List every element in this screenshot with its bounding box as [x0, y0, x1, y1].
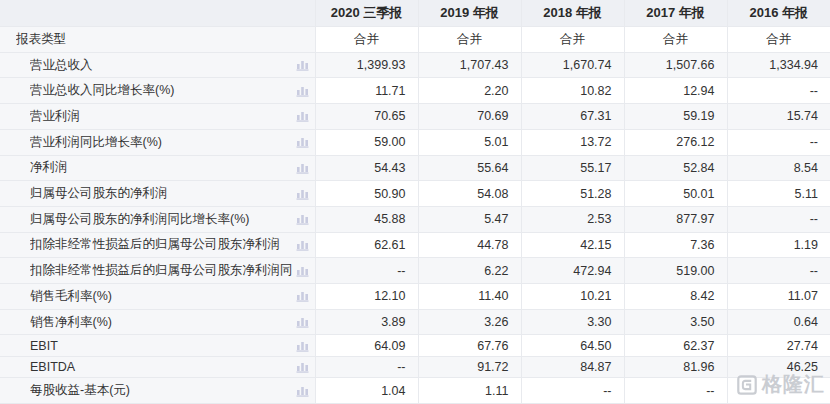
value-cell: 1,707.43 — [418, 52, 521, 78]
value-cell: 2.53 — [521, 206, 624, 232]
value-cell: -- — [624, 378, 727, 404]
row-label: 扣除非经常性损益后的归属母公司股东净利润同比增长率 — [30, 262, 292, 279]
value-cell: -- — [521, 378, 624, 404]
value-cell: 2.20 — [418, 78, 521, 104]
report-type-row: 报表类型合并合并合并合并合并 — [0, 27, 830, 53]
table-row: 销售毛利率(%)12.1011.4010.218.4211.07 — [0, 284, 830, 310]
value-cell: 59.00 — [315, 129, 418, 155]
value-cell: 81.96 — [624, 356, 727, 377]
metric-label-cell: 每股收益-基本(元) — [0, 378, 315, 404]
header-cell-period: 2019 年报 — [418, 0, 521, 27]
report-type-value: 合并 — [418, 27, 521, 53]
bar-chart-icon[interactable] — [296, 188, 309, 200]
value-cell: 1.11 — [418, 378, 521, 404]
metric-label-cell: 营业总收入 — [0, 52, 315, 78]
report-type-value: 合并 — [727, 27, 830, 53]
bar-chart-icon[interactable] — [296, 136, 309, 148]
row-label: 归属母公司股东的净利润 — [30, 185, 292, 202]
value-cell: 15.74 — [727, 104, 830, 130]
bar-chart-icon[interactable] — [296, 213, 309, 225]
value-cell: 3.26 — [418, 309, 521, 335]
metric-label-cell: 销售净利率(%) — [0, 309, 315, 335]
header-cell-period: 2016 年报 — [727, 0, 830, 27]
value-cell: 27.74 — [727, 335, 830, 356]
value-cell: 70.65 — [315, 104, 418, 130]
value-cell: 50.01 — [624, 181, 727, 207]
value-cell: 0.64 — [727, 309, 830, 335]
metric-label-cell: 净利润 — [0, 155, 315, 181]
value-cell: 84.87 — [521, 356, 624, 377]
value-cell: 67.31 — [521, 104, 624, 130]
value-cell: 1.19 — [727, 232, 830, 258]
bar-chart-icon[interactable] — [296, 290, 309, 302]
row-label: 归属母公司股东的净利润同比增长率(%) — [30, 211, 292, 228]
report-type-value: 合并 — [315, 27, 418, 53]
bar-chart-icon[interactable] — [296, 59, 309, 71]
financial-metrics-table: 2020 三季报2019 年报2018 年报2017 年报2016 年报 报表类… — [0, 0, 830, 404]
value-cell: 519.00 — [624, 258, 727, 284]
bar-chart-icon[interactable] — [296, 239, 309, 251]
value-cell: 276.12 — [624, 129, 727, 155]
row-label: 销售毛利率(%) — [30, 288, 292, 305]
metric-label-cell: EBIT — [0, 335, 315, 356]
value-cell: 877.97 — [624, 206, 727, 232]
table-row: 扣除非经常性损益后的归属母公司股东净利润62.6144.7842.157.361… — [0, 232, 830, 258]
value-cell: 12.10 — [315, 284, 418, 310]
value-cell: 8.42 — [624, 284, 727, 310]
value-cell: 1,670.74 — [521, 52, 624, 78]
value-cell: 13.72 — [521, 129, 624, 155]
metric-label-cell: 归属母公司股东的净利润同比增长率(%) — [0, 206, 315, 232]
table-row: 营业利润同比增长率(%)59.005.0113.72276.12-- — [0, 129, 830, 155]
value-cell: 64.09 — [315, 335, 418, 356]
header-cell-period: 2017 年报 — [624, 0, 727, 27]
row-label: 营业总收入 — [30, 57, 292, 74]
value-cell: 8.54 — [727, 155, 830, 181]
value-cell: 11.40 — [418, 284, 521, 310]
value-cell: 5.11 — [727, 181, 830, 207]
row-label: 净利润 — [30, 159, 292, 176]
value-cell: 12.94 — [624, 78, 727, 104]
table-row: 归属母公司股东的净利润50.9054.0851.2850.015.11 — [0, 181, 830, 207]
value-cell: 6.22 — [418, 258, 521, 284]
row-label: 营业利润同比增长率(%) — [30, 134, 292, 151]
metric-label-cell: 营业利润同比增长率(%) — [0, 129, 315, 155]
value-cell: -- — [315, 356, 418, 377]
value-cell: 44.78 — [418, 232, 521, 258]
row-label: 营业利润 — [30, 108, 292, 125]
value-cell: 67.76 — [418, 335, 521, 356]
report-type-value: 合并 — [624, 27, 727, 53]
value-cell: 11.07 — [727, 284, 830, 310]
value-cell: 62.37 — [624, 335, 727, 356]
bar-chart-icon[interactable] — [296, 85, 309, 97]
bar-chart-icon[interactable] — [296, 110, 309, 122]
value-cell: 5.47 — [418, 206, 521, 232]
metric-label-cell: 扣除非经常性损益后的归属母公司股东净利润 — [0, 232, 315, 258]
value-cell: 42.15 — [521, 232, 624, 258]
value-cell: 55.64 — [418, 155, 521, 181]
value-cell: -- — [727, 78, 830, 104]
value-cell: 3.89 — [315, 309, 418, 335]
bar-chart-icon[interactable] — [296, 385, 309, 397]
header-cell-period: 2020 三季报 — [315, 0, 418, 27]
table-row: 扣除非经常性损益后的归属母公司股东净利润同比增长率--6.22472.94519… — [0, 258, 830, 284]
value-cell: 3.30 — [521, 309, 624, 335]
table-row: 每股收益-基本(元)1.041.11---- — [0, 378, 830, 404]
bar-chart-icon[interactable] — [296, 162, 309, 174]
value-cell: 1,399.93 — [315, 52, 418, 78]
report-type-value: 合并 — [521, 27, 624, 53]
value-cell: 10.21 — [521, 284, 624, 310]
report-type-label: 报表类型 — [0, 27, 315, 53]
value-cell: -- — [727, 206, 830, 232]
row-label: EBIT — [30, 339, 292, 353]
metric-label-cell: 营业总收入同比增长率(%) — [0, 78, 315, 104]
value-cell: 70.69 — [418, 104, 521, 130]
bar-chart-icon[interactable] — [296, 340, 309, 352]
bar-chart-icon[interactable] — [296, 316, 309, 328]
table-row: 营业总收入1,399.931,707.431,670.741,507.661,3… — [0, 52, 830, 78]
metric-label-cell: 营业利润 — [0, 104, 315, 130]
bar-chart-icon[interactable] — [296, 361, 309, 373]
value-cell: 51.28 — [521, 181, 624, 207]
value-cell: 55.17 — [521, 155, 624, 181]
bar-chart-icon[interactable] — [296, 265, 309, 277]
value-cell: 1,507.66 — [624, 52, 727, 78]
